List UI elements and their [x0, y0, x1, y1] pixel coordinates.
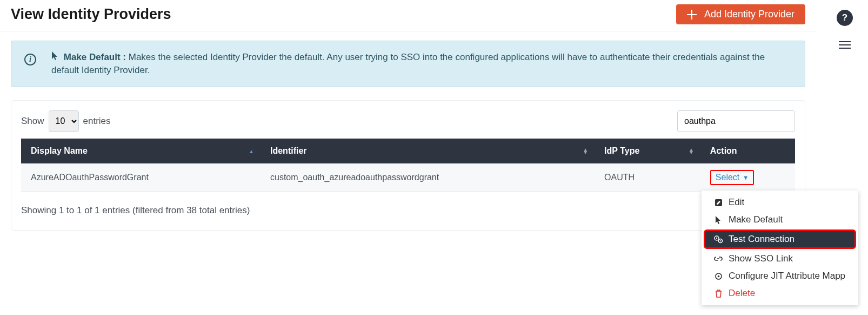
add-button-label: Add Identity Provider [704, 9, 794, 20]
col-display-name[interactable]: Display Name ▲ [21, 139, 261, 163]
table-row: AzureADOauthPasswordGrant custom_oauth_a… [21, 163, 795, 192]
link-icon [713, 255, 723, 262]
cell-idp-type: OAUTH [595, 163, 700, 192]
banner-desc: Makes the selected Identity Provider the… [51, 52, 765, 75]
sort-icon: ▲ [249, 149, 254, 152]
gears-icon [713, 235, 723, 244]
col-action: Action [700, 139, 795, 163]
help-icon[interactable]: ? [837, 10, 853, 26]
dd-make-default[interactable]: Make Default [702, 211, 858, 228]
entries-label: entries [83, 116, 111, 127]
col-idp-type[interactable]: IdP Type ▲▼ [595, 139, 700, 163]
cell-display-name: AzureADOauthPasswordGrant [21, 163, 261, 192]
search-input[interactable] [677, 110, 795, 132]
page-size-select[interactable]: 10 [49, 110, 79, 132]
edit-icon [713, 199, 723, 207]
row-action-select[interactable]: Select ▼ [710, 170, 754, 185]
trash-icon [713, 290, 723, 298]
svg-point-2 [716, 237, 717, 238]
cursor-icon [51, 51, 59, 60]
dd-test-connection[interactable]: Test Connection [704, 229, 856, 249]
svg-point-4 [720, 240, 721, 241]
dd-delete[interactable]: Delete [702, 285, 858, 302]
info-banner-text: Make Default : Makes the selected Identi… [51, 51, 792, 77]
dd-edit[interactable]: Edit [702, 194, 858, 211]
info-banner: i Make Default : Makes the selected Iden… [11, 41, 805, 87]
info-icon: i [24, 54, 36, 65]
banner-label: Make Default : [64, 52, 126, 62]
svg-point-6 [717, 275, 719, 277]
plus-icon [687, 10, 697, 19]
page-title: View Identity Providers [11, 6, 171, 23]
dd-configure-jit[interactable]: Configure JIT Attribute Mapp [702, 267, 858, 285]
add-identity-provider-button[interactable]: Add Identity Provider [676, 4, 805, 24]
col-identifier[interactable]: Identifier ▲▼ [261, 139, 595, 163]
cursor-icon [713, 216, 723, 224]
cell-identifier: custom_oauth_azureadoauthpasswordgrant [261, 163, 595, 192]
show-label: Show [21, 116, 44, 127]
results-text: Showing 1 to 1 of 1 entries (filtered fr… [21, 205, 250, 216]
sort-icon: ▲▼ [583, 148, 588, 154]
hamburger-icon[interactable] [839, 41, 851, 49]
gear-icon [713, 272, 723, 280]
sort-icon: ▲▼ [689, 148, 694, 154]
action-dropdown: Edit Make Default Test Connection Show S… [702, 191, 858, 305]
table-header-row: Display Name ▲ Identifier ▲▼ IdP Type ▲▼… [21, 139, 795, 163]
caret-down-icon: ▼ [743, 174, 749, 181]
dd-show-sso-link[interactable]: Show SSO Link [702, 250, 858, 267]
